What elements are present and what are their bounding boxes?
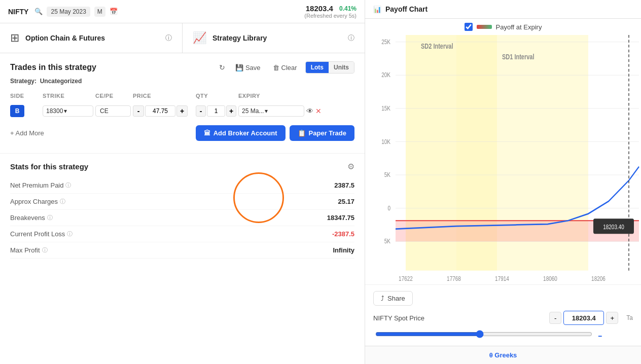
settings-icon[interactable]: ⚙	[347, 162, 354, 171]
symbol-label: NIFTY	[8, 8, 28, 16]
chart-header: 📊 Payoff Chart	[365, 0, 641, 19]
chevron-down-icon: ▾	[64, 107, 67, 115]
qty-dec-button[interactable]: -	[196, 105, 206, 117]
eye-icon[interactable]: 👁	[306, 107, 313, 115]
trash-icon: 🗑	[273, 64, 279, 71]
svg-text:5K: 5K	[384, 171, 390, 179]
info-icon-profit-loss[interactable]: ⓘ	[67, 230, 73, 238]
nav-cards: ⊞ Option Chain & Futures ⓘ 📈 Strategy Li…	[0, 23, 365, 53]
share-icon: ⤴	[381, 295, 384, 302]
price-dec-button[interactable]: -	[133, 105, 144, 117]
paper-icon: 📋	[298, 129, 306, 137]
stat-breakevens: Breakevens ⓘ 18347.75	[10, 210, 354, 226]
price-input[interactable]	[145, 105, 175, 117]
slider-row: ━	[373, 330, 633, 340]
stat-max-profit: Max Profit ⓘ Infinity	[10, 242, 354, 259]
refresh-button[interactable]: ↻	[217, 61, 227, 74]
svg-text:17622: 17622	[399, 275, 413, 283]
expiry-chevron-icon: ▾	[265, 107, 268, 115]
svg-text:SD1 Interval: SD1 Interval	[502, 52, 535, 61]
spot-control: - +	[549, 311, 618, 325]
col-cepe: CE/PE	[95, 93, 131, 99]
spot-price-row: NIFTY Spot Price - + Ta	[373, 311, 633, 325]
strategy-library-card[interactable]: 📈 Strategy Library ⓘ	[183, 23, 365, 53]
legend-checkbox[interactable]	[465, 23, 473, 31]
legend-label: Payoff at Expiry	[496, 23, 542, 31]
m-badge: M	[94, 7, 105, 17]
cepe-badge: CE	[95, 105, 131, 117]
spot-price-label: NIFTY Spot Price	[373, 314, 545, 322]
add-more-button[interactable]: + Add More	[10, 129, 44, 137]
chart-title: Payoff Chart	[385, 5, 428, 13]
stat-net-premium: Net Premium Paid ⓘ 2387.5	[10, 177, 354, 194]
qty-input[interactable]	[207, 105, 225, 117]
share-button[interactable]: ⤴ Share	[373, 291, 413, 306]
strategy-label: Strategy: Uncategorized	[10, 78, 354, 85]
qty-control: - +	[196, 105, 236, 117]
right-panel: 📊 Payoff Chart Payoff at Expiry SD2 Inte…	[365, 0, 641, 364]
price-control: - +	[133, 105, 194, 117]
greeks-bar[interactable]: θ Greeks	[365, 346, 641, 364]
lots-button[interactable]: Lots	[306, 62, 329, 73]
units-button[interactable]: Units	[329, 62, 354, 73]
payoff-chart-svg: SD2 Interval SD1 Interval 25K 20K 15K 10…	[365, 35, 641, 284]
top-bar: NIFTY 🔍 25 May 2023 M 📅 18203.4 0.41% (R…	[0, 0, 365, 23]
legend-color-bar	[477, 25, 492, 29]
spot-slider[interactable]	[375, 330, 592, 338]
stat-label-net-premium: Net Premium Paid ⓘ	[10, 181, 334, 189]
side-cell: B	[10, 105, 41, 117]
price-info: 18203.4 0.41% (Refreshed every 5s)	[304, 4, 357, 19]
svg-text:5K: 5K	[384, 237, 390, 245]
spot-inc-button[interactable]: +	[606, 312, 618, 324]
bank-icon: 🏛	[204, 129, 210, 137]
stat-label-max-profit: Max Profit ⓘ	[10, 246, 333, 254]
svg-text:18206: 18206	[591, 275, 606, 283]
stats-section: Stats for this strategy ⚙ Net Premium Pa…	[0, 153, 365, 267]
calendar-icon[interactable]: 📅	[110, 8, 118, 15]
side-badge: B	[10, 105, 24, 117]
qty-inc-button[interactable]: +	[226, 105, 236, 117]
col-qty: QTY	[196, 93, 236, 99]
stat-value-net-premium: 2387.5	[334, 181, 354, 189]
svg-text:18060: 18060	[543, 275, 557, 283]
strategy-library-label: Strategy Library	[212, 33, 267, 43]
add-broker-button[interactable]: 🏛 Add Broker Account	[196, 125, 286, 141]
spot-dec-button[interactable]: -	[549, 312, 561, 324]
clear-button[interactable]: 🗑 Clear	[269, 62, 301, 74]
search-icon[interactable]: 🔍	[34, 8, 43, 15]
trade-buttons: 🏛 Add Broker Account 📋 Paper Trade	[196, 125, 354, 141]
info-icon-charges[interactable]: ⓘ	[60, 198, 65, 205]
tab-indicator: Ta	[626, 314, 633, 321]
stat-label-charges: Approx Charges ⓘ	[10, 198, 338, 205]
chart-bottom: ⤴ Share NIFTY Spot Price - + Ta ━	[365, 284, 641, 346]
option-chain-card[interactable]: ⊞ Option Chain & Futures ⓘ	[0, 23, 183, 53]
stats-header: Stats for this strategy ⚙	[10, 162, 354, 171]
info-icon[interactable]: ⓘ	[65, 181, 71, 189]
save-button[interactable]: 💾 Save	[231, 62, 265, 74]
lots-units-toggle: Lots Units	[305, 61, 354, 74]
delete-icon[interactable]: ✕	[315, 107, 322, 115]
svg-text:15K: 15K	[381, 104, 390, 112]
stat-profit-loss: Current Profit Loss ⓘ -2387.5	[10, 226, 354, 242]
price-change: 0.41%	[339, 5, 357, 12]
bar-chart-icon: 📊	[373, 6, 381, 13]
info-icon-breakevens[interactable]: ⓘ	[47, 214, 53, 222]
spot-input[interactable]	[563, 311, 604, 325]
col-expiry: EXPIRY	[238, 93, 304, 99]
svg-text:0: 0	[387, 204, 390, 212]
stat-value-profit-loss: -2387.5	[332, 230, 354, 238]
price-value: 18203.4	[306, 4, 333, 13]
stat-label-breakevens: Breakevens ⓘ	[10, 214, 327, 222]
svg-text:17768: 17768	[447, 275, 461, 283]
price-inc-button[interactable]: +	[176, 105, 188, 117]
svg-text:25K: 25K	[381, 38, 390, 46]
strike-select[interactable]: 18300 ▾	[43, 105, 93, 117]
col-price: PRICE	[133, 93, 194, 99]
stat-value-breakevens: 18347.75	[327, 214, 354, 222]
row-actions: 👁 ✕	[306, 107, 332, 115]
date-badge: 25 May 2023	[47, 7, 90, 17]
svg-text:18203.40: 18203.40	[603, 223, 624, 231]
info-icon-max-profit[interactable]: ⓘ	[42, 246, 48, 254]
expiry-select[interactable]: 25 Ma... ▾	[238, 105, 304, 117]
paper-trade-button[interactable]: 📋 Paper Trade	[290, 125, 354, 141]
